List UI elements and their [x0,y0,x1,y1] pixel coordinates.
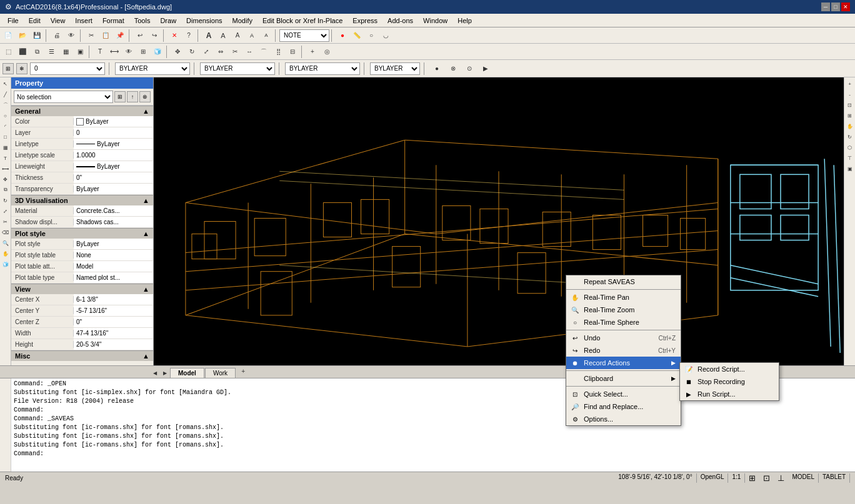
script-icon: 📝 [684,364,694,374]
context-menu-backdrop[interactable] [0,0,855,504]
ctx-sep-2 [566,330,681,330]
ctx-options[interactable]: ⚙ Options... [566,413,681,425]
ctx-repeat-saveas[interactable]: Repeat SAVEAS [566,275,681,288]
context-menu: Repeat SAVEAS ✋ Real-Time Pan 🔍 Real-Tim… [566,275,681,426]
ctx-realtime-zoom[interactable]: 🔍 Real-Time Zoom [566,304,681,316]
ctx-record-actions[interactable]: ⏺ Record Actions ▶ [566,357,681,369]
select-icon: ⊡ [570,389,580,399]
sphere-icon: ○ [570,317,580,327]
ctx-undo[interactable]: ↩ Undo Ctrl+Z [566,332,681,344]
options-icon: ⚙ [570,414,580,424]
ctx-quick-select[interactable]: ⊡ Quick Select... [566,388,681,400]
find-icon: 🔎 [570,402,580,412]
ctx-sep-4 [566,386,681,387]
sub-run-script[interactable]: ▶ Run Script... [680,388,779,400]
pan-icon: ✋ [570,292,580,302]
ctx-redo[interactable]: ↪ Redo Ctrl+Y [566,344,681,357]
sub-record-script[interactable]: 📝 Record Script... [680,363,779,375]
run-icon: ▶ [684,389,694,399]
redo-icon: ↪ [570,345,580,355]
zoom-icon: 🔍 [570,305,580,315]
stop-icon: ⏹ [684,377,694,387]
ctx-clipboard[interactable]: Clipboard ▶ [566,372,681,385]
ctx-sep-1 [566,289,681,290]
ctx-realtime-sphere[interactable]: ○ Real-Time Sphere [566,316,681,329]
ctx-realtime-pan[interactable]: ✋ Real-Time Pan [566,291,681,304]
ctx-sep-3 [566,370,681,371]
sub-stop-recording[interactable]: ⏹ Stop Recording [680,375,779,388]
record-icon: ⏺ [570,358,580,368]
undo-icon: ↩ [570,333,580,343]
submenu: 📝 Record Script... ⏹ Stop Recording ▶ Ru… [679,362,779,401]
ctx-find-replace[interactable]: 🔎 Find and Replace... [566,400,681,413]
